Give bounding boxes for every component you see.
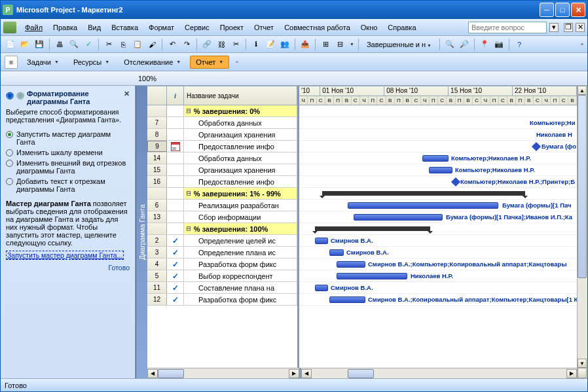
task-row[interactable]: 15Организация хранения bbox=[147, 164, 297, 176]
goto-icon[interactable]: 📍 bbox=[479, 39, 490, 50]
save-icon[interactable]: 💾 bbox=[33, 39, 45, 50]
new-icon[interactable]: 📄 bbox=[5, 39, 16, 50]
gantt-row[interactable]: Смирнов В.А. bbox=[299, 235, 577, 247]
restore-child-button[interactable]: ❐ bbox=[564, 23, 573, 32]
gantt-row[interactable]: Смирнов В.А. bbox=[299, 282, 577, 294]
menu-edit[interactable]: Правка bbox=[48, 22, 82, 33]
tab-report[interactable]: Отчет▼ bbox=[190, 56, 229, 69]
format-painter-icon[interactable]: 🖌 bbox=[146, 39, 158, 50]
summary-bar[interactable] bbox=[322, 191, 525, 196]
split-icon[interactable]: ✂ bbox=[230, 39, 242, 50]
task-row[interactable]: ⊟% завершения: 0% bbox=[147, 105, 297, 117]
task-bar[interactable] bbox=[422, 155, 449, 162]
titlebar[interactable]: P Microsoft Project - Маркетинг2 ─ □ ✕ bbox=[1, 1, 587, 19]
task-row[interactable]: 13Сбор информации bbox=[147, 211, 297, 223]
print-icon[interactable]: 🖶 bbox=[54, 39, 65, 50]
pane-ready-link[interactable]: Готово bbox=[6, 264, 130, 272]
dropdown-icon[interactable]: ▼ bbox=[350, 42, 354, 46]
search-dropdown[interactable]: ▾ bbox=[549, 23, 559, 32]
row-name[interactable]: Обработка данных bbox=[184, 152, 297, 164]
radio-text[interactable]: Добавить текст к отрезкам диаграммы Гант… bbox=[6, 177, 130, 193]
unlink-icon[interactable]: ⛓ bbox=[215, 39, 227, 50]
task-row[interactable]: ⊟% завершения: 100% bbox=[147, 223, 297, 235]
task-row[interactable]: 12✓Разработка форм фикс bbox=[147, 294, 297, 306]
task-bar[interactable] bbox=[348, 202, 498, 209]
grid-scrollbar-h[interactable]: ◀ ▶ bbox=[147, 368, 299, 378]
scroll-left-icon[interactable]: ◀ bbox=[147, 369, 158, 378]
menu-window[interactable]: Окно bbox=[356, 22, 382, 33]
row-id[interactable]: 13 bbox=[147, 211, 167, 223]
chart-scrollbar-h[interactable]: ◀ ▶ bbox=[299, 368, 577, 378]
row-id[interactable]: 5 bbox=[147, 270, 167, 281]
task-row[interactable]: ⊟% завершения: 1% - 99% bbox=[147, 188, 297, 200]
task-bar[interactable] bbox=[354, 214, 443, 221]
radio-timescale[interactable]: Изменить шкалу времени bbox=[6, 149, 130, 156]
copy-pic-icon[interactable]: 📷 bbox=[493, 39, 505, 50]
row-name[interactable]: Определение плана ис bbox=[184, 247, 297, 258]
task-row[interactable]: 2✓Определение целей ис bbox=[147, 235, 297, 247]
row-id[interactable] bbox=[147, 223, 167, 234]
menu-file[interactable]: Файл bbox=[20, 22, 47, 33]
row-name[interactable]: Разработка форм фикс bbox=[184, 294, 297, 305]
row-name[interactable]: Реализация разработан bbox=[184, 200, 297, 211]
task-bar[interactable] bbox=[337, 273, 407, 279]
gantt-row[interactable]: Николаев Н bbox=[299, 129, 577, 141]
gantt-row[interactable]: Николаев Н.Р. bbox=[299, 270, 577, 282]
collapse-icon[interactable]: ⊟ bbox=[187, 189, 191, 198]
row-name[interactable]: Предоставление инфо bbox=[184, 176, 297, 187]
group2-icon[interactable]: ⊟ bbox=[334, 39, 346, 50]
collapse-icon[interactable]: ⊟ bbox=[187, 224, 191, 233]
row-name[interactable]: ⊟% завершения: 1% - 99% bbox=[184, 188, 297, 199]
row-id[interactable]: 14 bbox=[147, 152, 167, 164]
row-id[interactable]: 11 bbox=[147, 282, 167, 293]
row-name[interactable]: ⊟% завершения: 0% bbox=[184, 105, 297, 116]
scroll-left-icon[interactable]: ◀ bbox=[301, 369, 312, 378]
tab-tracking[interactable]: Отслеживание▼ bbox=[119, 56, 186, 68]
row-id[interactable]: 4 bbox=[147, 258, 167, 270]
row-id[interactable] bbox=[147, 188, 167, 199]
tab-tasks[interactable]: Задачи▼ bbox=[22, 56, 64, 68]
forward-icon[interactable]: ◉ bbox=[16, 90, 24, 100]
col-header-name[interactable]: Название задачи bbox=[184, 86, 297, 105]
col-header-id[interactable] bbox=[147, 86, 167, 105]
gantt-row[interactable] bbox=[299, 223, 577, 235]
menu-project[interactable]: Проект bbox=[215, 22, 248, 33]
gantt-row[interactable]: Компьютер;Николаев Н.Р. bbox=[299, 164, 577, 176]
row-id[interactable]: 9 bbox=[147, 141, 167, 152]
group-icon[interactable]: ⊞ bbox=[320, 39, 331, 50]
task-bar[interactable] bbox=[315, 238, 328, 244]
gantt-chart[interactable]: '1001 Ноя '1008 Ноя '1015 Ноя '1022 Ноя … bbox=[299, 86, 577, 368]
task-row[interactable]: 6Реализация разработан bbox=[147, 200, 297, 211]
filter-combo[interactable]: Завершенные и н▼ bbox=[363, 39, 435, 50]
spell-icon[interactable]: ✓ bbox=[83, 39, 94, 50]
minimize-button[interactable]: ─ bbox=[540, 3, 554, 17]
toolbar-overflow-icon[interactable]: » bbox=[581, 42, 583, 46]
task-bar[interactable] bbox=[429, 167, 452, 173]
task-bar[interactable] bbox=[329, 296, 365, 303]
paste-icon[interactable]: 📋 bbox=[132, 39, 143, 50]
scroll-up-icon[interactable]: ▲ bbox=[578, 86, 587, 95]
task-bar[interactable] bbox=[315, 285, 328, 291]
task-row[interactable]: 5✓Выбор корреспондент bbox=[147, 270, 297, 282]
row-id[interactable] bbox=[147, 105, 167, 116]
print-preview-icon[interactable]: 🔍 bbox=[68, 39, 80, 50]
task-row[interactable]: 9Предоставление инфо bbox=[147, 141, 297, 152]
gantt-row[interactable]: Бумага (формы)[1 Пач bbox=[299, 200, 577, 211]
row-id[interactable]: 12 bbox=[147, 294, 167, 305]
assign-icon[interactable]: 👥 bbox=[279, 39, 291, 50]
menu-format[interactable]: Формат bbox=[144, 22, 179, 33]
row-name[interactable]: Организация хранения bbox=[184, 164, 297, 175]
collapse-icon[interactable]: ⊟ bbox=[187, 107, 191, 115]
task-row[interactable]: 7Обработка данных bbox=[147, 117, 297, 129]
menu-help[interactable]: Справка bbox=[383, 22, 420, 33]
gantt-row[interactable] bbox=[299, 105, 577, 117]
task-row[interactable]: 14Обработка данных bbox=[147, 152, 297, 164]
help-search-input[interactable] bbox=[468, 22, 547, 33]
menu-collab[interactable]: Совместная работа bbox=[280, 22, 355, 33]
copy-icon[interactable]: ⎘ bbox=[117, 39, 129, 50]
chart-scrollbar-v[interactable]: ▲ ▼ bbox=[577, 86, 587, 378]
task-row[interactable]: 8Организация хранения bbox=[147, 129, 297, 141]
close-child-button[interactable]: ✕ bbox=[576, 23, 585, 32]
task-row[interactable]: 4✓Разработка форм фикс bbox=[147, 258, 297, 270]
row-id[interactable]: 16 bbox=[147, 176, 167, 187]
